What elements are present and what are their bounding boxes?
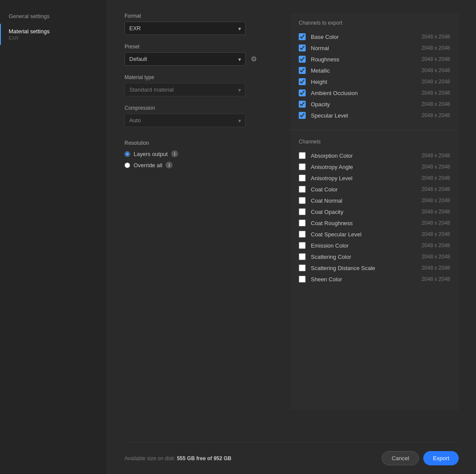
channel-name: Coat Color — [311, 186, 416, 193]
channel-checkbox[interactable] — [299, 163, 306, 170]
channel-item: Coat Roughness2048 x 2048 — [299, 217, 450, 229]
format-select-wrapper: EXR PNG JPEG TIFF ▾ — [125, 22, 246, 35]
channel-size: 2048 x 2048 — [422, 197, 450, 204]
channel-to-export-item: Opacity2048 x 2048 — [299, 99, 450, 110]
channel-checkbox[interactable] — [299, 220, 306, 226]
channel-to-export-checkbox[interactable] — [299, 67, 306, 74]
compression-select-wrapper: Auto None ZIP PIZ ▾ — [125, 114, 246, 127]
channel-to-export-size: 2048 x 2048 — [422, 112, 450, 118]
channel-to-export-checkbox[interactable] — [299, 33, 306, 40]
channel-name: Emission Color — [311, 242, 416, 249]
sidebar-item-label: Material settings — [9, 28, 98, 35]
channel-name: Anisotropy Level — [311, 175, 416, 181]
resolution-group: Resolution Layers output i Override all … — [125, 140, 277, 173]
resolution-label: Resolution — [125, 140, 277, 146]
channel-size: 2048 x 2048 — [422, 242, 450, 248]
channel-item: Scattering Distance Scale2048 x 2048 — [299, 262, 450, 274]
channel-name: Scattering Color — [311, 254, 416, 260]
channel-name: Coat Normal — [311, 197, 416, 204]
preset-row: Default Unreal Engine 4 Unity Custom ▾ ⚙ — [125, 52, 277, 66]
format-select[interactable]: EXR PNG JPEG TIFF — [125, 22, 246, 35]
channel-to-export-size: 2048 x 2048 — [422, 90, 450, 96]
channel-to-export-name: Roughness — [311, 56, 416, 63]
channel-checkbox[interactable] — [299, 276, 306, 283]
format-label: Format — [125, 13, 277, 19]
sidebar-item-sub: EXR — [9, 35, 98, 41]
channel-checkbox[interactable] — [299, 175, 306, 181]
preset-select[interactable]: Default Unreal Engine 4 Unity Custom — [125, 52, 246, 66]
channel-to-export-checkbox[interactable] — [299, 45, 306, 51]
override-all-info-icon[interactable]: i — [166, 162, 173, 169]
channel-to-export-size: 2048 x 2048 — [422, 79, 450, 85]
preset-gear-button[interactable]: ⚙ — [249, 53, 259, 65]
layers-output-label[interactable]: Layers output — [134, 151, 168, 157]
channel-size: 2048 x 2048 — [422, 209, 450, 215]
channel-checkbox[interactable] — [299, 242, 306, 249]
layers-output-info-icon[interactable]: i — [171, 150, 178, 157]
channels-list: Absorption Color2048 x 2048Anisotropy An… — [299, 150, 450, 285]
channel-to-export-item: Specular Level2048 x 2048 — [299, 110, 450, 121]
footer-buttons: Cancel Export — [382, 451, 459, 465]
channel-to-export-checkbox[interactable] — [299, 78, 306, 85]
channel-size: 2048 x 2048 — [422, 220, 450, 226]
compression-select[interactable]: Auto None ZIP PIZ — [125, 114, 246, 127]
material-type-select[interactable]: Standard material — [125, 83, 246, 96]
sidebar-item-material-settings[interactable]: Material settingsEXR — [0, 24, 107, 45]
channel-checkbox[interactable] — [299, 197, 306, 204]
channel-item: Sheen Color2048 x 2048 — [299, 274, 450, 285]
channel-to-export-item: Roughness2048 x 2048 — [299, 54, 450, 65]
compression-group: Compression Auto None ZIP PIZ ▾ — [125, 105, 277, 127]
cancel-button[interactable]: Cancel — [382, 451, 419, 465]
channels-scroll[interactable]: Channels Absorption Color2048 x 2048Anis… — [290, 132, 459, 410]
channel-name: Sheen Color — [311, 276, 416, 283]
channel-item: Scattering Color2048 x 2048 — [299, 251, 450, 262]
override-all-label[interactable]: Override all — [134, 162, 162, 169]
channel-size: 2048 x 2048 — [422, 186, 450, 192]
channel-size: 2048 x 2048 — [422, 276, 450, 282]
sidebar-item-label: General settings — [9, 13, 98, 19]
channel-size: 2048 x 2048 — [422, 153, 450, 159]
channel-to-export-item: Base Color2048 x 2048 — [299, 31, 450, 42]
channel-item: Anisotropy Level2048 x 2048 — [299, 172, 450, 184]
channels-divider — [290, 130, 459, 130]
channel-to-export-checkbox[interactable] — [299, 89, 306, 96]
sidebar-item-general-settings[interactable]: General settings — [0, 9, 107, 24]
export-button[interactable]: Export — [423, 451, 459, 465]
channel-name: Absorption Color — [311, 153, 416, 159]
material-type-group: Material type Standard material ▾ — [125, 74, 277, 96]
channel-to-export-size: 2048 x 2048 — [422, 34, 450, 40]
compression-label: Compression — [125, 105, 277, 111]
override-all-radio[interactable] — [125, 162, 130, 168]
layers-output-radio[interactable] — [125, 151, 130, 157]
channel-name: Anisotropy Angle — [311, 164, 416, 170]
channel-to-export-checkbox[interactable] — [299, 112, 306, 119]
channel-checkbox[interactable] — [299, 264, 306, 271]
channel-to-export-name: Metallic — [311, 67, 416, 74]
channel-to-export-size: 2048 x 2048 — [422, 67, 450, 73]
material-type-label: Material type — [125, 74, 277, 80]
channels-section: Channels Absorption Color2048 x 2048Anis… — [290, 132, 459, 292]
channel-to-export-checkbox[interactable] — [299, 101, 306, 108]
channels-panel: Channels to export Base Color2048 x 2048… — [290, 13, 459, 410]
channel-to-export-name: Ambient Occlusion — [311, 90, 416, 96]
channel-item: Coat Color2048 x 2048 — [299, 184, 450, 195]
channel-name: Scattering Distance Scale — [311, 265, 416, 271]
channel-checkbox[interactable] — [299, 186, 306, 193]
channel-item: Coat Specular Level2048 x 2048 — [299, 229, 450, 240]
channel-to-export-checkbox[interactable] — [299, 56, 306, 63]
channel-item: Absorption Color2048 x 2048 — [299, 150, 450, 161]
channel-checkbox[interactable] — [299, 208, 306, 215]
channel-checkbox[interactable] — [299, 152, 306, 159]
channel-checkbox[interactable] — [299, 231, 306, 238]
preset-label: Preset — [125, 44, 277, 50]
sidebar: General settingsMaterial settingsEXR — [0, 0, 107, 474]
channel-to-export-size: 2048 x 2048 — [422, 56, 450, 62]
channels-title: Channels — [299, 139, 450, 145]
channel-size: 2048 x 2048 — [422, 175, 450, 181]
channel-size: 2048 x 2048 — [422, 254, 450, 260]
channel-item: Coat Normal2048 x 2048 — [299, 195, 450, 206]
channel-to-export-item: Normal2048 x 2048 — [299, 42, 450, 54]
layers-output-row: Layers output i — [125, 150, 277, 157]
channel-checkbox[interactable] — [299, 253, 306, 260]
channel-to-export-item: Ambient Occlusion2048 x 2048 — [299, 87, 450, 99]
